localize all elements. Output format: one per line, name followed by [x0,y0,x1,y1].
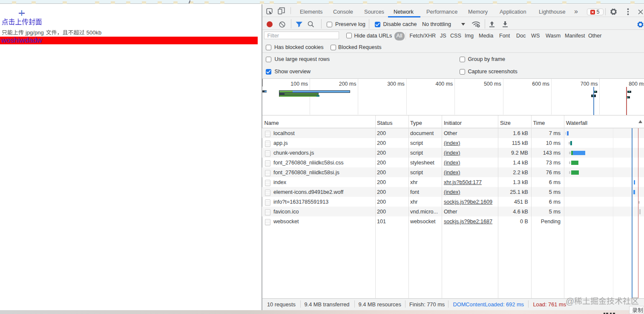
svg-text:@: @ [566,297,574,306]
svg-text:500kb: 500kb [86,29,101,36]
svg-text:jpg/png: jpg/png [25,29,44,36]
